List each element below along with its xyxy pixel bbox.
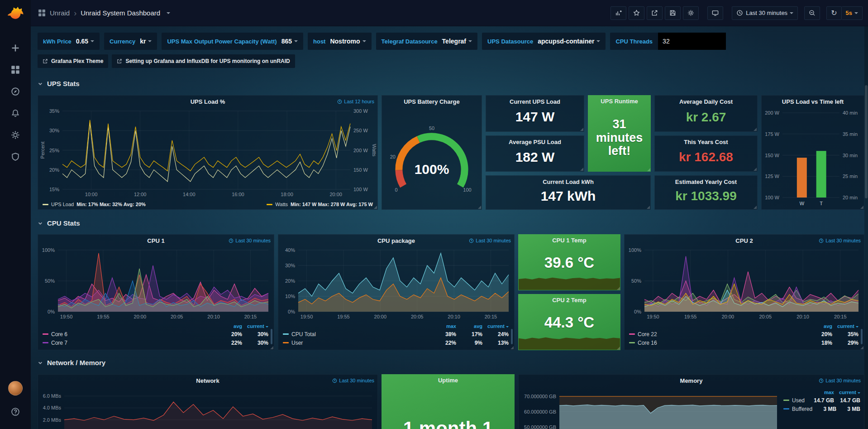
panel-title[interactable]: Current Load kWh	[543, 178, 594, 185]
memory-chart[interactable]: 50.000000 GB60.000000 GB70.000000 GB	[520, 386, 781, 429]
panel-resize-handle[interactable]	[580, 168, 583, 171]
panel-resize-handle[interactable]	[647, 168, 650, 171]
create-plus-icon[interactable]	[5, 38, 25, 58]
alerting-bell-icon[interactable]	[5, 103, 25, 123]
panel-time-range[interactable]: Last 30 minutes	[229, 238, 271, 243]
series-toggle[interactable]: Core 22	[629, 331, 806, 337]
dashboard-settings-button[interactable]	[683, 6, 699, 20]
panel-resize-handle[interactable]	[374, 206, 377, 209]
panel-resize-handle[interactable]	[617, 287, 620, 290]
variable-value[interactable]: Nostromo	[330, 38, 360, 45]
add-panel-button[interactable]	[610, 6, 626, 20]
panel-resize-handle[interactable]	[754, 206, 757, 209]
cpu-package-chart[interactable]: 0%10%20%30%40%19:5019:5520:0020:0520:102…	[279, 246, 513, 321]
user-avatar[interactable]	[8, 381, 23, 395]
legend-scrollbar[interactable]	[511, 329, 513, 344]
panel-time-range[interactable]: Last 30 minutes	[332, 378, 374, 383]
panel-title[interactable]: UPS Load %	[191, 98, 225, 105]
dashboards-grid-icon[interactable]	[5, 60, 25, 80]
variable-telegraf-datasource[interactable]: Telegraf Datasource Telegraf	[376, 33, 477, 50]
help-icon[interactable]	[5, 402, 25, 422]
panel-title[interactable]: Uptime	[438, 377, 458, 384]
grafana-logo[interactable]	[5, 4, 25, 24]
panel-resize-handle[interactable]	[617, 347, 620, 350]
legend-column-header[interactable]: max	[430, 323, 456, 329]
legend-item[interactable]: UPS Load Min: 17% Max: 32% Avg: 20%	[43, 202, 146, 207]
panel-title[interactable]: Average Daily Cost	[679, 98, 733, 105]
panel-time-range[interactable]: Last 30 minutes	[469, 238, 511, 243]
cpu2-chart[interactable]: 0%50%100%19:5019:5520:0020:0520:1020:15	[625, 246, 863, 321]
network-chart[interactable]: 6.0 MBs4.0 MBs2.0 MBs	[39, 386, 377, 429]
legend-item[interactable]: Watts Min: 147 W Max: 278 W Avg: 175 W	[267, 202, 373, 207]
legend-column-header[interactable]: current	[482, 323, 509, 329]
panel-resize-handle[interactable]	[580, 128, 583, 131]
variable-value[interactable]: kr	[140, 38, 146, 45]
variable-ups-max-output[interactable]: UPS Max Output Power Capacity (Watt) 865	[162, 33, 303, 50]
series-toggle[interactable]: CPU Total	[283, 331, 430, 337]
explore-compass-icon[interactable]	[5, 82, 25, 101]
cpu-threads-input[interactable]: 32	[658, 33, 726, 50]
dashboard-dropdown-caret-icon[interactable]	[167, 12, 170, 16]
time-range-picker[interactable]: Last 30 minutes	[732, 6, 798, 20]
battery-gauge[interactable]: 02050100100%	[382, 107, 482, 207]
breadcrumb-folder[interactable]: Unraid	[50, 9, 70, 17]
variable-value[interactable]: Telegraf	[442, 38, 466, 45]
save-dashboard-button[interactable]	[665, 6, 681, 20]
section-network-memory[interactable]: Network / Memory	[38, 359, 105, 366]
series-toggle[interactable]: Core 6	[43, 331, 216, 337]
panel-resize-handle[interactable]	[510, 346, 514, 349]
window-scrollbar[interactable]	[864, 26, 868, 429]
panel-title[interactable]: Memory	[680, 377, 703, 384]
panel-time-range[interactable]: Last 30 minutes	[819, 238, 861, 243]
panel-title[interactable]: UPS Battery Charge	[404, 98, 460, 105]
panel-title[interactable]: CPU 1 Temp	[552, 237, 587, 244]
share-dashboard-button[interactable]	[647, 6, 663, 20]
panel-time-range[interactable]: Last 12 hours	[337, 99, 374, 104]
zoom-out-time-button[interactable]	[804, 6, 820, 20]
panel-title[interactable]: CPU 2 Temp	[552, 297, 587, 304]
panel-title[interactable]: Network	[196, 377, 219, 384]
panel-title[interactable]: Estimated Yearly Cost	[675, 178, 737, 185]
panel-resize-handle[interactable]	[860, 346, 863, 349]
series-toggle[interactable]: Used	[783, 397, 808, 404]
panel-resize-handle[interactable]	[478, 206, 481, 209]
variable-value[interactable]: apcupsd-container	[538, 38, 594, 45]
variable-kwh-price[interactable]: kWh Price 0.65	[38, 33, 100, 50]
panel-title[interactable]: UPS Runtime	[601, 98, 638, 105]
cpu1-chart[interactable]: 0%50%100%19:5019:5520:0020:0520:1020:15	[39, 246, 273, 321]
legend-column-header[interactable]: max	[808, 390, 834, 395]
panel-title[interactable]: Average PSU Load	[509, 139, 561, 145]
section-ups-stats[interactable]: UPS Stats	[38, 80, 80, 87]
legend-column-header[interactable]: avg	[806, 323, 832, 329]
admin-shield-icon[interactable]	[5, 147, 25, 167]
apps-grid-icon[interactable]	[38, 9, 46, 17]
panel-time-range[interactable]: Last 30 minutes	[819, 378, 861, 383]
variable-host[interactable]: host Nostromo	[308, 33, 372, 50]
panel-title[interactable]: CPU 1	[147, 237, 164, 244]
panel-resize-handle[interactable]	[754, 168, 757, 171]
refresh-interval-dropdown[interactable]: 5s	[842, 6, 863, 20]
legend-column-header[interactable]: current	[832, 323, 858, 329]
legend-column-header[interactable]: avg	[456, 323, 482, 329]
panel-title[interactable]: CPU package	[377, 237, 415, 244]
panel-resize-handle[interactable]	[860, 206, 863, 209]
legend-scrollbar[interactable]	[271, 329, 272, 344]
ups-load-chart[interactable]: 15%20%25%30%35%100 W150 W200 W250 W300 W…	[39, 107, 377, 198]
variable-value[interactable]: 865	[281, 38, 292, 45]
panel-resize-handle[interactable]	[754, 128, 757, 131]
section-cpu-stats[interactable]: CPU Stats	[38, 219, 80, 227]
series-toggle[interactable]: User	[283, 340, 430, 346]
cycle-view-tv-button[interactable]	[707, 6, 723, 20]
variable-value[interactable]: 0.65	[76, 38, 88, 45]
panel-title[interactable]: UPS Load vs Time left	[782, 98, 844, 105]
legend-column-header[interactable]: current	[834, 390, 860, 395]
variable-currency[interactable]: Currency kr	[104, 33, 157, 50]
series-toggle[interactable]: Core 16	[629, 340, 806, 346]
legend-column-header[interactable]: avg	[216, 323, 242, 329]
refresh-button[interactable]: ↻	[826, 6, 841, 20]
series-toggle[interactable]: Core 7	[43, 340, 216, 346]
breadcrumb-dashboard-title[interactable]: Unraid System Dashboard	[81, 9, 160, 17]
ups-bars-chart[interactable]: 100 W125 W150 W175 W200 W20 min25 min30 …	[762, 107, 864, 208]
link-ups-monitoring-guide[interactable]: Setting up Grafana and InfluxDB for UPS …	[112, 54, 295, 68]
panel-title[interactable]: This Years Cost	[684, 139, 728, 145]
